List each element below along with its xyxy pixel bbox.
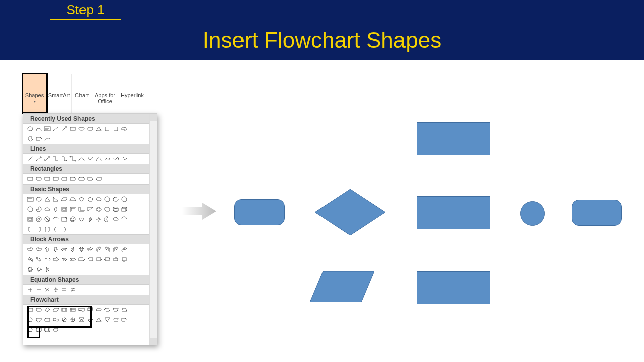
curve3-icon[interactable] [95,155,103,162]
fc-conn-icon[interactable] [26,316,34,323]
ba-l-icon[interactable] [35,246,43,253]
b-halfframe-icon[interactable] [69,206,77,213]
curve-icon[interactable] [43,135,51,142]
elbow1-icon[interactable] [52,155,60,162]
ba-ud-icon[interactable] [69,246,77,253]
fc-data-icon[interactable] [52,306,60,313]
line3-icon[interactable] [43,155,51,162]
ba-lr-icon[interactable] [60,246,68,253]
r3-icon[interactable] [43,175,51,183]
eq-neq-icon[interactable] [69,286,77,293]
b-moon-icon[interactable] [103,216,111,223]
fc-merge-icon[interactable] [103,316,111,323]
fc-disp-icon[interactable] [52,326,60,333]
fc-term-icon[interactable] [95,306,103,313]
fc-off-icon[interactable] [35,316,43,323]
scroll-down-icon[interactable] [150,338,157,345]
ba2-12-icon[interactable] [120,256,128,263]
darrow-icon[interactable] [26,135,34,142]
b-dodec-icon[interactable] [26,206,34,213]
ba-bent-icon[interactable] [86,246,94,253]
ba2-8-icon[interactable] [86,256,94,263]
fc-man-icon[interactable] [112,306,120,313]
penta-icon[interactable] [35,135,43,142]
textbox-icon[interactable] [43,125,51,132]
b-tri-icon[interactable] [43,196,51,203]
fc-tape-icon[interactable] [52,316,60,323]
ba-u-icon[interactable] [43,246,51,253]
r7-icon[interactable] [77,175,86,183]
smartart-button[interactable]: SmartArt [47,74,72,113]
fc-sort-icon[interactable] [86,316,94,323]
b-arc2-icon[interactable] [120,216,128,223]
curve2-icon[interactable] [86,155,94,162]
b-diamond-icon[interactable] [77,196,86,203]
r5-icon[interactable] [60,175,68,183]
curve1-icon[interactable] [77,155,86,162]
fc-card-icon[interactable] [43,316,51,323]
fc-multi-icon[interactable] [86,306,94,313]
b-plaque-icon[interactable] [103,206,111,213]
fc-or-icon[interactable] [69,316,77,323]
b-heart-icon[interactable] [77,216,86,223]
fc-process-icon[interactable] [26,306,34,313]
ba3-1-icon[interactable] [26,266,34,273]
ba2-9-icon[interactable] [95,256,103,263]
flowchart-terminator-2[interactable] [572,200,622,226]
fc-sum-icon[interactable] [60,316,68,323]
flowchart-connector[interactable] [520,201,545,226]
b-smiley-icon[interactable] [69,216,77,223]
fc-mag-icon[interactable] [35,326,43,333]
b-bolt-icon[interactable] [86,216,94,223]
b-brkp-icon[interactable] [43,226,51,233]
r8-icon[interactable] [86,175,94,183]
eq-plus-icon[interactable] [26,286,34,293]
hyperlink-button[interactable]: Hyperlink [118,74,146,113]
apps-button[interactable]: Apps for Office [92,74,118,113]
ba2-6-icon[interactable] [69,256,77,263]
flowchart-process-2[interactable] [417,196,490,229]
oval-icon[interactable] [26,125,34,132]
arrow-icon[interactable] [60,125,68,132]
oval2-icon[interactable] [77,125,86,132]
ba2-3-icon[interactable] [43,256,51,263]
ba3-3-icon[interactable] [43,266,51,273]
l-icon[interactable] [103,125,111,132]
line-icon[interactable] [52,125,60,132]
flowchart-data[interactable] [310,271,374,302]
eq-mult-icon[interactable] [43,286,51,293]
fc-delay-icon[interactable] [120,316,128,323]
b-brcl-icon[interactable] [52,226,60,233]
fc-seq-icon[interactable] [26,326,34,333]
fc-coll-icon[interactable] [77,316,86,323]
b-dec-icon[interactable] [120,196,128,203]
rarrow-icon[interactable] [120,125,128,132]
r9-icon[interactable] [95,175,103,183]
b-rtri-icon[interactable] [52,196,60,203]
lrev-icon[interactable] [112,125,120,132]
r6-icon[interactable] [69,175,77,183]
fc-direct-icon[interactable] [43,326,51,333]
fc-doc-icon[interactable] [77,306,86,313]
fc-dec-icon[interactable] [43,306,51,313]
rrect-icon[interactable] [86,125,94,132]
ba2-4-icon[interactable] [52,256,60,263]
ba2-7-icon[interactable] [77,256,86,263]
ba-lup-icon[interactable] [103,246,111,253]
ba2-10-icon[interactable] [103,256,111,263]
b-hex-icon[interactable] [95,196,103,203]
b-bevel-icon[interactable] [26,216,34,223]
ba-lup2-icon[interactable] [112,246,120,253]
eq-eq-icon[interactable] [60,286,68,293]
b-frame-icon[interactable] [60,206,68,213]
shapes-button[interactable]: Shapes ▾ [23,74,47,113]
flowchart-terminator-1[interactable] [234,199,285,225]
free2-icon[interactable] [112,155,120,162]
b-trap-icon[interactable] [69,196,77,203]
b-donut-icon[interactable] [35,216,43,223]
flowchart-process-1[interactable] [417,122,490,155]
b-tear-icon[interactable] [52,206,60,213]
fc-prep-icon[interactable] [103,306,111,313]
b-can-icon[interactable] [112,206,120,213]
ba2-2-icon[interactable] [35,256,43,263]
